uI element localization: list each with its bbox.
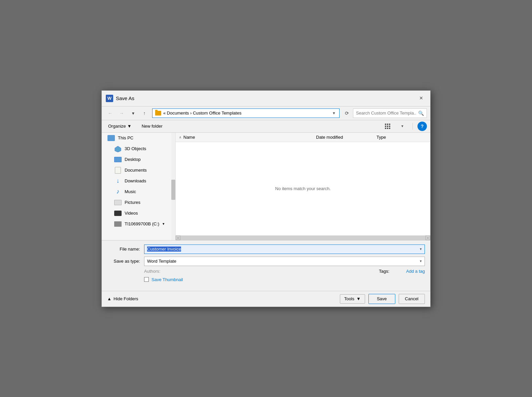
scroll-left-button[interactable]: ‹ bbox=[176, 235, 180, 240]
up-button[interactable]: ↑ bbox=[139, 108, 149, 118]
sidebar-item-downloads-label: Downloads bbox=[125, 178, 146, 183]
sidebar-item-downloads[interactable]: ↓ Downloads bbox=[102, 176, 175, 186]
svg-rect-7 bbox=[387, 128, 388, 129]
sidebar-item-3d-objects-label: 3D Objects bbox=[125, 146, 146, 151]
col-name-header[interactable]: Name bbox=[183, 133, 316, 141]
sidebar-item-pictures[interactable]: Pictures bbox=[102, 197, 175, 208]
svg-rect-2 bbox=[389, 124, 390, 125]
hide-folders-button[interactable]: ▲ Hide Folders bbox=[107, 296, 138, 301]
tools-button[interactable]: Tools ▼ bbox=[340, 294, 365, 304]
dialog-title: Save As bbox=[116, 95, 134, 101]
svg-rect-8 bbox=[389, 128, 390, 129]
search-icon: 🔍 bbox=[418, 111, 424, 116]
file-name-input[interactable] bbox=[147, 247, 420, 252]
hide-folders-icon: ▲ bbox=[107, 296, 112, 301]
hide-folders-label: Hide Folders bbox=[114, 296, 138, 301]
svg-rect-5 bbox=[389, 126, 390, 127]
add-tag-link[interactable]: Add a tag bbox=[406, 269, 425, 274]
save-as-type-value: Word Template bbox=[147, 259, 176, 264]
col-type-header[interactable]: Type bbox=[376, 133, 427, 141]
file-scroll-horizontal[interactable]: ‹ › bbox=[176, 235, 430, 240]
sidebar-scrollbar[interactable] bbox=[171, 133, 175, 240]
sidebar-item-videos[interactable]: Videos bbox=[102, 208, 175, 219]
search-input[interactable] bbox=[356, 111, 416, 116]
pictures-icon bbox=[114, 199, 122, 206]
sidebar-item-pictures-label: Pictures bbox=[125, 200, 140, 205]
col-date-header[interactable]: Date modified bbox=[316, 133, 376, 141]
downloads-icon: ↓ bbox=[114, 178, 122, 184]
footer: ▲ Hide Folders Tools ▼ Save Cancel bbox=[102, 291, 430, 307]
address-bar[interactable]: « Documents › Custom Office Templates ▾ bbox=[152, 108, 340, 118]
svg-rect-3 bbox=[385, 126, 386, 127]
sidebar-item-desktop-label: Desktop bbox=[125, 157, 141, 162]
new-folder-label: New folder bbox=[142, 124, 163, 129]
meta-row: Authors: Tags: Add a tag bbox=[107, 269, 425, 274]
sidebar-item-documents[interactable]: Documents bbox=[102, 165, 175, 176]
documents-icon bbox=[114, 167, 122, 174]
save-as-type-row: Save as type: Word Template ▾ bbox=[107, 257, 425, 266]
view-options-button[interactable] bbox=[382, 122, 393, 131]
empty-message: No items match your search. bbox=[275, 186, 330, 191]
view-chevron-icon: ▼ bbox=[401, 124, 404, 128]
scroll-h-track[interactable] bbox=[180, 235, 426, 240]
sidebar-item-music[interactable]: ♪ Music bbox=[102, 186, 175, 197]
thumbnail-checkbox-label[interactable]: Save Thumbnail bbox=[151, 277, 183, 282]
file-name-input-wrapper[interactable]: ▾ bbox=[144, 245, 425, 254]
file-name-dropdown-icon: ▾ bbox=[420, 247, 422, 251]
address-dropdown-button[interactable]: ▾ bbox=[331, 111, 337, 116]
new-folder-button[interactable]: New folder bbox=[139, 122, 166, 131]
tags-label: Tags: bbox=[379, 269, 389, 274]
save-as-type-label: Save as type: bbox=[107, 259, 144, 264]
folder-icon bbox=[155, 111, 161, 116]
search-bar[interactable]: 🔍 bbox=[353, 108, 427, 118]
thumbnail-checkbox-wrapper: Save Thumbnail bbox=[144, 277, 183, 282]
thumbnail-row: Save Thumbnail bbox=[107, 277, 425, 282]
scroll-right-button[interactable]: › bbox=[426, 235, 430, 240]
title-bar: W Save As × bbox=[102, 91, 430, 106]
sidebar-item-this-pc[interactable]: This PC bbox=[102, 133, 175, 143]
footer-right: Tools ▼ Save Cancel bbox=[340, 294, 425, 304]
file-name-label: File name: bbox=[107, 247, 144, 252]
close-button[interactable]: × bbox=[416, 93, 426, 103]
sidebar-item-documents-label: Documents bbox=[125, 168, 147, 173]
sidebar-item-this-pc-label: This PC bbox=[118, 135, 133, 140]
main-content: This PC 3D Objects Desktop bbox=[102, 133, 430, 240]
toolbar-separator bbox=[412, 123, 413, 130]
save-as-type-select[interactable]: Word Template ▾ bbox=[144, 257, 425, 266]
svg-rect-1 bbox=[387, 124, 388, 125]
word-icon: W bbox=[106, 95, 113, 102]
forward-button[interactable]: → bbox=[117, 108, 127, 118]
desktop-icon bbox=[114, 156, 122, 163]
save-button[interactable]: Save bbox=[368, 294, 395, 304]
refresh-button[interactable]: ⟳ bbox=[342, 108, 352, 118]
sidebar: This PC 3D Objects Desktop bbox=[102, 133, 176, 240]
sidebar-item-videos-label: Videos bbox=[125, 211, 138, 216]
sidebar-item-desktop[interactable]: Desktop bbox=[102, 154, 175, 165]
sidebar-item-drive-label: TI10699700B (C:) bbox=[125, 221, 159, 226]
sidebar-item-music-label: Music bbox=[125, 189, 136, 194]
svg-rect-6 bbox=[385, 128, 386, 129]
sidebar-item-3d-objects[interactable]: 3D Objects bbox=[102, 143, 175, 154]
sidebar-item-drive-chevron: ▾ bbox=[163, 222, 165, 226]
view-dropdown-button[interactable]: ▼ bbox=[397, 122, 408, 131]
form-area: File name: ▾ Save as type: Word Template… bbox=[102, 240, 430, 291]
back-button[interactable]: ← bbox=[105, 108, 115, 118]
thumbnail-checkbox[interactable] bbox=[144, 277, 149, 282]
organize-button[interactable]: Organize ▼ bbox=[105, 122, 135, 131]
svg-rect-0 bbox=[385, 124, 386, 125]
help-button[interactable]: ? bbox=[417, 122, 427, 131]
file-area: ∧ Name Date modified Type No items match… bbox=[176, 133, 430, 240]
tools-arrow-icon: ▼ bbox=[356, 296, 361, 301]
toolbar: Organize ▼ New folder ▼ ? bbox=[102, 120, 430, 133]
organize-label: Organize bbox=[108, 124, 126, 129]
sort-arrow-icon: ∧ bbox=[179, 135, 181, 139]
cancel-button[interactable]: Cancel bbox=[399, 294, 425, 304]
authors-label: Authors: bbox=[144, 269, 160, 274]
sidebar-item-drive[interactable]: TI10699700B (C:) ▾ bbox=[102, 219, 175, 229]
file-header: ∧ Name Date modified Type bbox=[176, 133, 430, 142]
file-list-empty: No items match your search. bbox=[176, 142, 430, 235]
file-name-row: File name: ▾ bbox=[107, 245, 425, 254]
save-as-dialog: W Save As × ← → ▾ ↑ « Documents › Custom… bbox=[101, 90, 431, 307]
history-dropdown-button[interactable]: ▾ bbox=[128, 108, 138, 118]
sidebar-scrollbar-thumb bbox=[171, 180, 175, 200]
